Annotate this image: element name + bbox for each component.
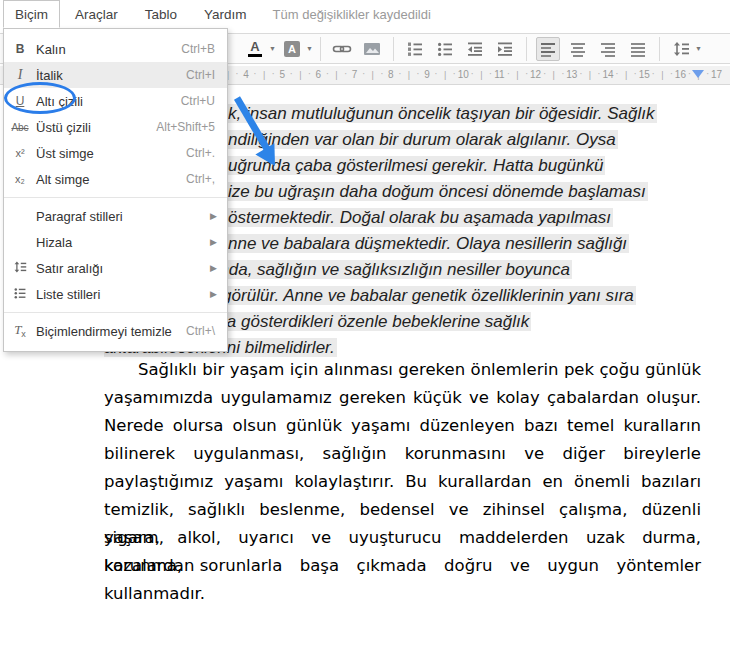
highlight-color-button[interactable]: A [280,37,304,61]
text-color-icon: A [248,40,262,57]
menu-item-shortcut: Ctrl+I [186,68,227,82]
format-menu: BKalınCtrl+BIİtalikCtrl+IUAltı çiziliCtr… [3,28,228,352]
indent-button[interactable] [493,37,517,61]
ruler-tick: · [597,68,600,79]
ruler-tick: · [434,68,437,79]
submenu-arrow-icon: ▶ [210,211,227,221]
toolbar-separator [320,37,321,61]
justify-button[interactable] [626,37,650,61]
toolbar-separator [526,37,527,61]
second-paragraph[interactable]: Sağlıklı bir yaşam için alınması gereken… [104,356,701,608]
paragraph-text-line: Nerede olursa olsun günlük yaşamı düzenl… [104,412,701,440]
toolbar-separator [393,37,394,61]
ruler-number: 17 [711,69,722,80]
paragraph-text-line: sigara, alkol, uyarıcı ve uyuşturucu mad… [104,524,701,552]
menu-item-liste-stilleri[interactable]: Liste stilleri▶ [4,281,227,307]
numbered-list-button[interactable] [403,37,427,61]
ruler-tick: · [416,68,419,79]
ruler-tick: · [253,68,256,79]
menu-item-paragraf-stilleri[interactable]: Paragraf stilleri▶ [4,203,227,229]
align-left-icon [539,40,557,58]
menu-item-ustu-cizili[interactable]: AbcÜstü çiziliAlt+Shift+5 [4,114,227,140]
italic-icon: I [4,67,36,83]
selected-text-highlight: k, insan mutluluğunun öncelik taşıyan bi… [228,104,657,123]
text-color-button[interactable]: A [243,37,267,61]
menu-item-label: Alt simge [36,172,186,187]
ruler-tick: · [272,68,275,79]
ruler-number: 6 [316,69,322,80]
ruler-tick: · [290,68,293,79]
ruler-tick: · [543,68,546,79]
menu-item-label: Paragraf stilleri [36,209,210,224]
menubar-item-araclar[interactable]: Araçlar [63,0,130,28]
list-styles-icon [4,286,36,303]
menu-item-kalin[interactable]: BKalınCtrl+B [4,36,227,62]
menubar-item-yardim[interactable]: Yardım [192,0,259,28]
ruler-tick: | [589,70,591,80]
link-button[interactable] [330,37,354,61]
ruler-number: 16 [675,69,686,80]
ruler-tick: · [308,68,311,79]
menu-item-shortcut: Ctrl+U [181,94,227,108]
ruler-number: 15 [639,69,650,80]
menu-item-i-talik[interactable]: IİtalikCtrl+I [4,62,227,88]
ruler-tick: | [444,70,446,80]
subscript-icon: x₂ [4,173,36,185]
menu-item-shortcut: Ctrl+B [181,42,227,56]
save-status: Tüm değişiklikler kaydedildi [273,0,431,28]
menu-item-label: Biçimlendirmeyi temizle [36,324,186,339]
ruler-number: 8 [388,69,394,80]
align-left-button[interactable] [536,37,560,61]
menu-item-satir-araligi[interactable]: Satır aralığı▶ [4,255,227,281]
menu-item-ust-simge[interactable]: x²Üst simgeCtrl+. [4,140,227,166]
ruler-tick: · [326,68,329,79]
paragraph-text-line: Sağlıklı bir yaşam için alınması gereken… [104,356,701,384]
paragraph-text-line: yaşamımızda uygulamamız gereken küçük ve… [104,384,701,412]
align-center-button[interactable] [566,37,590,61]
line-spacing-caret-icon[interactable]: ▼ [695,45,702,52]
line-spacing-button[interactable] [669,37,693,61]
bulleted-list-button[interactable] [433,37,457,61]
text-color-caret-icon[interactable]: ▼ [269,45,276,52]
menu-item-alt-simge[interactable]: x₂Alt simgeCtrl+, [4,166,227,192]
insert-image-button[interactable] [360,37,384,61]
ruler-number: 13 [566,69,577,80]
ruler-tick: | [263,70,265,80]
menu-item-hizala[interactable]: Hizala▶ [4,229,227,255]
insert-image-icon [363,40,381,58]
selected-text-highlight: ndiliğinden var olan bir durum olarak al… [228,130,618,149]
highlight-color-caret-icon[interactable]: ▼ [306,45,313,52]
underline-icon: U [4,94,36,108]
paragraph-text-line: bilinerek uygulanması, sağlığın korunmas… [104,440,701,468]
selected-text-line: östermektedir. Doğal olarak bu aşamada y… [228,205,657,231]
link-icon [332,40,352,58]
outdent-button[interactable] [463,37,487,61]
outdent-icon [466,40,484,58]
menu-item-label: Liste stilleri [36,287,210,302]
line-spacing-icon [672,40,690,58]
ruler-number: 14 [602,69,613,80]
paragraph-text-line: temizlik, sağlıklı beslenme, bedensel ve… [104,496,701,524]
right-indent-marker[interactable] [692,70,704,78]
bulleted-list-icon [436,40,454,58]
numbered-list-icon [406,40,424,58]
ruler-tick: · [453,68,456,79]
menu-item-alti-cizili[interactable]: UAltı çiziliCtrl+U [4,88,227,114]
menu-separator [4,197,227,198]
paragraph-text-line: paylaştığımız yaşamı kolaylaştırır. Bu k… [104,468,701,496]
ruler-tick: · [362,68,365,79]
selected-text-highlight: östermektedir. Doğal olarak bu aşamada y… [228,208,613,227]
align-right-button[interactable] [596,37,620,61]
selected-text-highlight: ize bu uğraşın daha doğum öncesi dönemde… [228,182,648,201]
ruler-number: 12 [530,69,541,80]
selected-text-line: ize bu uğraşın daha doğum öncesi dönemde… [228,179,657,205]
ruler-number: 5 [279,69,285,80]
ruler-number: 11 [494,69,504,80]
menubar-item-bicim[interactable]: Biçim [3,0,60,28]
selected-text-highlight: nne ve babalara düşmektedir. Olaya nesil… [228,234,629,253]
selected-paragraph-clipped[interactable]: k, insan mutluluğunun öncelik taşıyan bi… [228,101,657,257]
menu-item-bicimlendirmeyi-temizle[interactable]: TxBiçimlendirmeyi temizleCtrl+\ [4,318,227,344]
menubar-item-tablo[interactable]: Tablo [133,0,189,28]
ruler-tick: | [335,70,337,80]
align-right-icon [599,40,617,58]
